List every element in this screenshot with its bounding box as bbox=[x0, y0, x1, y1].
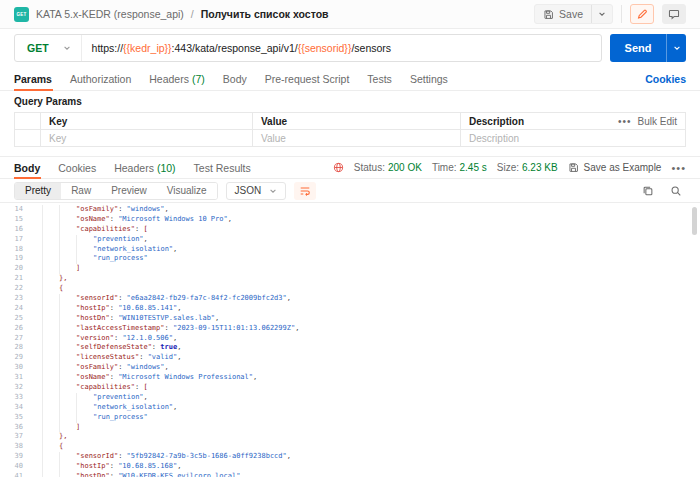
query-params-title: Query Params bbox=[14, 96, 686, 107]
comment-button[interactable] bbox=[662, 4, 686, 24]
pencil-icon bbox=[636, 8, 648, 20]
tab-headers[interactable]: Headers(7) bbox=[140, 67, 214, 90]
copy-button[interactable] bbox=[638, 182, 658, 200]
row-handle-header bbox=[15, 113, 41, 130]
breadcrumb-collection[interactable]: KATA 5.x-KEDR (response_api) bbox=[36, 8, 184, 20]
value-input[interactable]: Value bbox=[261, 133, 286, 144]
url-input[interactable]: https://{{kedr_ip}}:443/kata/response_ap… bbox=[82, 42, 401, 54]
save-icon bbox=[543, 9, 554, 20]
cookies-link[interactable]: Cookies bbox=[645, 73, 686, 85]
view-mode-visualize[interactable]: Visualize bbox=[157, 183, 217, 199]
search-button[interactable] bbox=[666, 182, 686, 200]
postman-window: GET KATA 5.x-KEDR (response_api) / Получ… bbox=[0, 0, 700, 477]
code-line: 17"prevention", bbox=[0, 235, 700, 245]
code-line: 29"licenseStatus": "valid", bbox=[0, 353, 700, 363]
response-tabs: BodyCookiesHeaders(10)Test Results Statu… bbox=[0, 157, 700, 179]
tab-body[interactable]: Body bbox=[214, 67, 256, 90]
status-status: Status:200 OK bbox=[354, 162, 422, 173]
table-row: Key Value Description bbox=[15, 130, 686, 147]
tab-tests[interactable]: Tests bbox=[358, 67, 401, 90]
view-mode-preview[interactable]: Preview bbox=[101, 183, 157, 199]
method-selector[interactable]: GET bbox=[15, 35, 82, 61]
url-variable: {{sensorid}} bbox=[298, 42, 352, 54]
column-options-icon[interactable]: ••• bbox=[618, 116, 632, 127]
code-line: 40"hostIp": "10.68.85.168", bbox=[0, 462, 700, 472]
save-as-example-label: Save as Example bbox=[584, 162, 662, 173]
request-title[interactable]: Получить список хостов bbox=[201, 8, 329, 20]
code-line: 41"hostDn": "W10-KEDR-KES.evilcorp.local… bbox=[0, 472, 700, 477]
response-section: BodyCookiesHeaders(10)Test Results Statu… bbox=[0, 156, 700, 477]
copy-icon bbox=[642, 185, 654, 197]
more-options-icon[interactable]: ••• bbox=[671, 162, 686, 174]
response-tab-test-results[interactable]: Test Results bbox=[185, 157, 260, 178]
code-line: 19"run_process" bbox=[0, 254, 700, 264]
chevron-down-icon bbox=[673, 44, 681, 52]
code-line: 21}, bbox=[0, 274, 700, 284]
header-actions: Save bbox=[534, 4, 686, 24]
code-line: 36] bbox=[0, 423, 700, 433]
query-params-table: Key Value Description ••• Bulk Edit Key … bbox=[14, 112, 686, 147]
view-mode-pretty[interactable]: Pretty bbox=[15, 183, 61, 199]
save-options-button[interactable] bbox=[591, 5, 612, 23]
network-warning-icon[interactable] bbox=[333, 162, 344, 173]
chevron-down-icon bbox=[63, 44, 71, 52]
url-box: GET https://{{kedr_ip}}:443/kata/respons… bbox=[14, 34, 602, 62]
tab-pre-request-script[interactable]: Pre-request Script bbox=[256, 67, 359, 90]
send-button[interactable]: Send bbox=[610, 34, 686, 62]
status-time: Time:2.45 s bbox=[432, 162, 487, 173]
tab-authorization[interactable]: Authorization bbox=[61, 67, 140, 90]
code-line: 27"version": "12.1.0.506", bbox=[0, 334, 700, 344]
save-as-example-button[interactable]: Save as Example bbox=[568, 162, 662, 173]
save-button[interactable]: Save bbox=[534, 4, 613, 24]
code-line: 18"network_isolation", bbox=[0, 245, 700, 255]
code-line: 39"sensorId": "5fb92842-7a9b-3c5b-1686-a… bbox=[0, 452, 700, 462]
send-options-button[interactable] bbox=[666, 34, 686, 62]
response-tab-cookies[interactable]: Cookies bbox=[49, 157, 105, 178]
key-input[interactable]: Key bbox=[49, 133, 66, 144]
code-line: 24"hostIp": "10.68.85.141", bbox=[0, 304, 700, 314]
request-icon: GET bbox=[14, 7, 29, 22]
response-tab-body[interactable]: Body bbox=[14, 157, 49, 178]
url-segment: :443/kata/response_api/v1/ bbox=[172, 42, 298, 54]
description-input[interactable]: Description bbox=[469, 133, 519, 144]
url-segment: /sensors bbox=[351, 42, 391, 54]
code-line: 31"osName": "Microsoft Windows Professio… bbox=[0, 373, 700, 383]
code-line: 32"capabilities": [ bbox=[0, 383, 700, 393]
tab-settings[interactable]: Settings bbox=[401, 67, 457, 90]
language-selector[interactable]: JSON bbox=[226, 182, 287, 200]
code-line: 23"sensorId": "e6aa2842-fb29-fa7c-84f2-f… bbox=[0, 294, 700, 304]
response-tabs-list: BodyCookiesHeaders(10)Test Results bbox=[14, 157, 260, 178]
chevron-down-icon bbox=[269, 187, 277, 195]
breadcrumb-separator: / bbox=[191, 8, 194, 20]
code-line: 14"osFamily": "windows", bbox=[0, 205, 700, 215]
code-line: 30"osFamily": "windows", bbox=[0, 363, 700, 373]
tab-params[interactable]: Params bbox=[14, 67, 61, 90]
response-body-editor[interactable]: 14"osFamily": "windows",15"osName": "Mic… bbox=[0, 203, 700, 477]
code-line: 34"network_isolation", bbox=[0, 403, 700, 413]
response-tab-headers[interactable]: Headers(10) bbox=[105, 157, 184, 178]
scrollbar-thumb[interactable] bbox=[692, 207, 697, 235]
code-line: 22{ bbox=[0, 284, 700, 294]
url-bar: GET https://{{kedr_ip}}:443/kata/respons… bbox=[0, 29, 700, 67]
code-line: 33"prevention", bbox=[0, 393, 700, 403]
bulk-edit-button[interactable]: Bulk Edit bbox=[638, 116, 677, 127]
code-line: 38{ bbox=[0, 442, 700, 452]
status-values: Status:200 OKTime:2.45 sSize:6.23 KB bbox=[354, 162, 558, 173]
status-size: Size:6.23 KB bbox=[497, 162, 558, 173]
code-line: 26"lastAccessTimestamp": "2023-09-15T11:… bbox=[0, 324, 700, 334]
url-segment: https:// bbox=[92, 42, 124, 54]
edit-button[interactable] bbox=[630, 4, 654, 24]
save-button-label: Save bbox=[559, 8, 583, 20]
breadcrumb: GET KATA 5.x-KEDR (response_api) / Получ… bbox=[14, 7, 329, 22]
key-column-header: Key bbox=[41, 113, 253, 130]
response-body-toolbar: PrettyRawPreviewVisualize JSON bbox=[0, 179, 700, 203]
view-mode-raw[interactable]: Raw bbox=[61, 183, 101, 199]
request-tabs-list: ParamsAuthorizationHeaders(7)BodyPre-req… bbox=[14, 67, 457, 90]
query-params-section: Query Params Key Value Description ••• B… bbox=[0, 91, 700, 149]
code-line: 20] bbox=[0, 264, 700, 274]
row-handle-cell bbox=[15, 130, 41, 147]
wrap-lines-button[interactable] bbox=[294, 182, 316, 200]
divider bbox=[621, 5, 622, 23]
view-mode-group: PrettyRawPreviewVisualize bbox=[14, 182, 218, 200]
code-line: 16"capabilities": [ bbox=[0, 225, 700, 235]
